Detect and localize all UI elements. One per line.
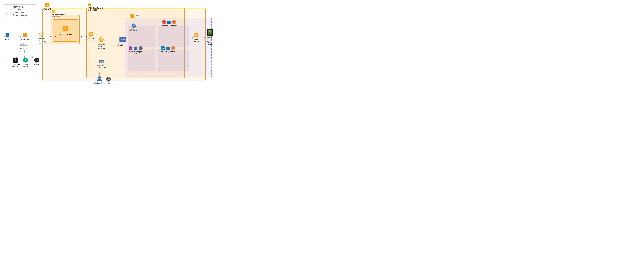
svg-rect-67: [166, 48, 170, 49]
istio-node: Istio: [119, 37, 127, 43]
svg-point-11: [5, 35, 10, 37]
svg-text:🔥: 🔥: [163, 21, 165, 23]
svg-rect-21: [64, 30, 66, 30]
jump-host-icon: [62, 25, 69, 32]
compute-agent-icon-3: J: [171, 46, 175, 50]
svg-rect-20: [64, 27, 67, 29]
deployment-agent-icon-1: 🐙: [128, 46, 132, 50]
deployment-agent-icon-3: ✂: [138, 46, 143, 50]
svg-text:⌬: ⌬: [36, 59, 38, 62]
private-endpoint-node: PrivateEndpoint: [193, 32, 199, 43]
private-endpoint-icon: [193, 32, 199, 38]
arrow-internet-github: [27, 48, 33, 58]
internet-icon: [19, 42, 26, 47]
svg-text:✂: ✂: [140, 48, 141, 49]
svg-point-74: [97, 79, 102, 81]
svg-point-31: [23, 44, 25, 45]
internet-gateway-icon: [39, 31, 45, 37]
svg-text:✦: ✦: [24, 59, 26, 61]
internet-node: Internet: [19, 42, 26, 50]
legend: HTTP/S Traffic SSH Traffic Outbound Traf…: [3, 4, 36, 20]
jump-host-box: Jump Host VM: [53, 19, 78, 42]
github-icon: ⌬: [34, 57, 40, 63]
istio-icon: Istio: [119, 37, 127, 42]
quay-icon: Q: [12, 57, 18, 63]
compute-agent-icon-1: </>: [161, 46, 165, 50]
svg-text:☁: ☁: [52, 10, 54, 12]
svg-text:🐙: 🐙: [130, 47, 132, 49]
svg-text:⚙: ⚙: [174, 21, 175, 23]
svg-rect-54: [167, 23, 171, 24]
alb-icon: [98, 37, 104, 42]
svg-rect-45: [100, 62, 104, 63]
eks-icon: [130, 14, 134, 18]
diagram: HTTP/S Traffic SSH Traffic Outbound Traf…: [0, 0, 214, 89]
eks-label-node: EKS: [130, 14, 139, 18]
nat-gateway-node: AWS NATGateway: [88, 31, 95, 42]
amazon-s3-node: Amazon S3Bucket ForPlatform Backups: [205, 29, 214, 45]
api-server-node: API API Server: [130, 23, 138, 31]
svg-rect-60: [134, 48, 137, 49]
vpc-subnet-public-label: ☁ VPC Subnet (Public) 10.243.16.0/29: [52, 10, 66, 17]
compute-agent-sub-box: [158, 50, 190, 71]
amazon-s3-icon: [206, 29, 214, 36]
platform-agent-icon-2: [167, 20, 171, 24]
svg-point-81: [196, 35, 197, 36]
openai-icon: ✦: [23, 57, 28, 63]
api-server-icon: API: [131, 23, 136, 28]
svg-point-10: [7, 33, 9, 35]
svg-rect-53: [167, 22, 171, 23]
deployment-agent-pool-node: 🐙 ✂ Deployment AgentPool: [128, 46, 143, 54]
svg-rect-68: [166, 49, 170, 50]
aws-vpc-icon: ☁: [45, 3, 50, 7]
svg-rect-43: [100, 61, 104, 61]
svg-point-73: [100, 77, 102, 79]
svg-text:Q: Q: [14, 59, 16, 61]
istio-label: Istio: [120, 44, 123, 46]
dns-icon: DNS ★: [106, 77, 111, 82]
platform-agent-icon-3: ⚙: [172, 20, 176, 24]
dns-node: DNS ★ *.com: [106, 77, 111, 85]
svg-rect-66: [166, 47, 170, 48]
svg-text:</>: </>: [161, 47, 164, 49]
svg-text:Istio: Istio: [121, 38, 125, 41]
compute-agent-pool-node: </> J Compute Agent Pool: [160, 46, 176, 53]
quay-node: Q Quay ImageRegistry: [11, 57, 20, 68]
svg-text:DNS: DNS: [107, 79, 110, 80]
vpc-subnet-private-label: ☁ VPC Subnet (Private) 10.243.0.0/20: [88, 3, 103, 11]
svg-rect-61: [134, 49, 137, 50]
github-node: ⌬ Github: [34, 57, 40, 66]
chatbot-users-icon: [96, 76, 102, 81]
svg-point-14: [24, 34, 26, 35]
svg-text:API: API: [132, 25, 135, 26]
compute-agent-icon-2: [166, 46, 170, 50]
openai-node: ✦ OpenAIService: [23, 57, 28, 68]
legend-https: HTTP/S Traffic: [5, 6, 34, 8]
internet-gateway-node: InternetGateway: [38, 31, 45, 42]
svg-text:☁: ☁: [46, 4, 48, 6]
svg-rect-59: [134, 47, 137, 48]
platform-agent-icon-1: 🔥: [162, 20, 166, 24]
katonic-external-ip-node: Katonic PlatformExternal IP: [96, 59, 108, 69]
legend-ssh: SSH Traffic: [5, 9, 34, 10]
svg-text:★: ★: [108, 77, 109, 78]
legend-outbound: Outbound Traffic: [5, 11, 34, 13]
platform-agent-sub-box: [158, 25, 190, 47]
nat-gateway-icon: [88, 31, 94, 37]
vpc-subnet-public-icon: ☁: [52, 10, 55, 13]
svg-point-86: [208, 30, 212, 32]
svg-point-8: [132, 15, 132, 16]
chatbot-users-node: Chatbot Users: [94, 76, 105, 84]
vpc-subnet-private-icon: ☁: [88, 3, 91, 6]
secure-vpn-node: Secure VPN: [20, 32, 30, 40]
alb-node: ApplicationLoadBalancer(External): [96, 37, 106, 49]
aws-vpc-node: ☁ AWS VPC: [43, 3, 52, 10]
svg-rect-44: [100, 61, 104, 62]
legend-private: Private Connection: [5, 14, 34, 16]
svg-rect-52: [167, 21, 171, 22]
admins-node: Admins: [4, 32, 10, 40]
svg-text:☁: ☁: [89, 4, 90, 6]
secure-vpn-icon: [22, 32, 28, 38]
platform-agent-pool-node: 🔥 ⚙ Platform Agent Pool: [162, 20, 177, 27]
deployment-agent-icon-2: [134, 46, 138, 50]
